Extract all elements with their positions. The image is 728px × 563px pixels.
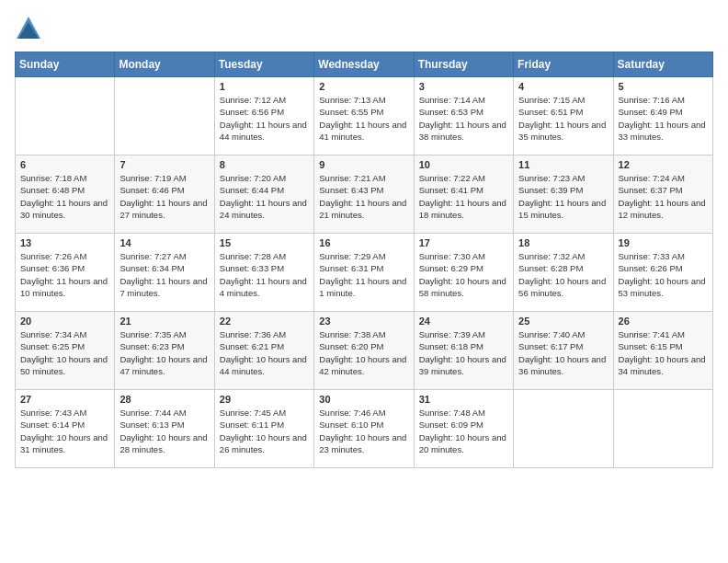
day-number: 13 bbox=[20, 237, 109, 248]
day-info: Sunrise: 7:33 AM Sunset: 6:26 PM Dayligh… bbox=[619, 250, 708, 299]
day-number: 26 bbox=[619, 316, 708, 327]
day-info: Sunrise: 7:13 AM Sunset: 6:55 PM Dayligh… bbox=[319, 94, 408, 143]
col-header-saturday: Saturday bbox=[613, 52, 712, 77]
day-cell: 11Sunrise: 7:23 AM Sunset: 6:39 PM Dayli… bbox=[514, 155, 613, 234]
day-info: Sunrise: 7:26 AM Sunset: 6:36 PM Dayligh… bbox=[20, 250, 109, 299]
day-cell: 4Sunrise: 7:15 AM Sunset: 6:51 PM Daylig… bbox=[514, 77, 613, 155]
day-number: 27 bbox=[20, 394, 109, 405]
logo-icon bbox=[15, 15, 42, 42]
day-number: 30 bbox=[319, 394, 408, 405]
day-number: 19 bbox=[619, 237, 708, 248]
day-info: Sunrise: 7:22 AM Sunset: 6:41 PM Dayligh… bbox=[419, 172, 508, 221]
day-number: 3 bbox=[419, 81, 508, 92]
day-cell: 28Sunrise: 7:44 AM Sunset: 6:13 PM Dayli… bbox=[115, 390, 214, 468]
day-info: Sunrise: 7:35 AM Sunset: 6:23 PM Dayligh… bbox=[119, 328, 209, 377]
day-cell: 7Sunrise: 7:19 AM Sunset: 6:46 PM Daylig… bbox=[115, 155, 214, 234]
day-number: 12 bbox=[619, 159, 708, 170]
week-row-3: 13Sunrise: 7:26 AM Sunset: 6:36 PM Dayli… bbox=[16, 234, 713, 312]
day-cell: 29Sunrise: 7:45 AM Sunset: 6:11 PM Dayli… bbox=[214, 390, 313, 468]
day-number: 24 bbox=[419, 316, 508, 327]
week-row-4: 20Sunrise: 7:34 AM Sunset: 6:25 PM Dayli… bbox=[16, 312, 713, 390]
col-header-tuesday: Tuesday bbox=[214, 52, 313, 77]
day-info: Sunrise: 7:14 AM Sunset: 6:53 PM Dayligh… bbox=[419, 94, 508, 143]
day-cell: 21Sunrise: 7:35 AM Sunset: 6:23 PM Dayli… bbox=[115, 312, 214, 390]
day-cell bbox=[514, 390, 613, 468]
day-cell: 12Sunrise: 7:24 AM Sunset: 6:37 PM Dayli… bbox=[613, 155, 712, 234]
day-number: 7 bbox=[119, 159, 209, 170]
col-header-thursday: Thursday bbox=[414, 52, 513, 77]
day-number: 8 bbox=[220, 159, 309, 170]
day-cell: 3Sunrise: 7:14 AM Sunset: 6:53 PM Daylig… bbox=[414, 77, 513, 155]
day-number: 22 bbox=[220, 316, 309, 327]
calendar-table: SundayMondayTuesdayWednesdayThursdayFrid… bbox=[15, 52, 713, 468]
day-info: Sunrise: 7:38 AM Sunset: 6:20 PM Dayligh… bbox=[319, 328, 408, 377]
day-info: Sunrise: 7:15 AM Sunset: 6:51 PM Dayligh… bbox=[518, 94, 608, 143]
day-info: Sunrise: 7:19 AM Sunset: 6:46 PM Dayligh… bbox=[119, 172, 209, 221]
day-info: Sunrise: 7:30 AM Sunset: 6:29 PM Dayligh… bbox=[419, 250, 508, 299]
day-number: 23 bbox=[319, 316, 408, 327]
day-number: 1 bbox=[220, 81, 309, 92]
day-info: Sunrise: 7:29 AM Sunset: 6:31 PM Dayligh… bbox=[319, 250, 408, 299]
day-cell: 8Sunrise: 7:20 AM Sunset: 6:44 PM Daylig… bbox=[214, 155, 313, 234]
day-cell: 22Sunrise: 7:36 AM Sunset: 6:21 PM Dayli… bbox=[214, 312, 313, 390]
day-info: Sunrise: 7:39 AM Sunset: 6:18 PM Dayligh… bbox=[419, 328, 508, 377]
day-info: Sunrise: 7:28 AM Sunset: 6:33 PM Dayligh… bbox=[220, 250, 309, 299]
day-info: Sunrise: 7:16 AM Sunset: 6:49 PM Dayligh… bbox=[619, 94, 708, 143]
day-cell: 9Sunrise: 7:21 AM Sunset: 6:43 PM Daylig… bbox=[314, 155, 414, 234]
day-number: 31 bbox=[419, 394, 508, 405]
day-info: Sunrise: 7:43 AM Sunset: 6:14 PM Dayligh… bbox=[20, 407, 109, 455]
day-cell: 1Sunrise: 7:12 AM Sunset: 6:56 PM Daylig… bbox=[214, 77, 313, 155]
page-header bbox=[15, 15, 713, 42]
day-info: Sunrise: 7:23 AM Sunset: 6:39 PM Dayligh… bbox=[518, 172, 608, 221]
col-header-friday: Friday bbox=[514, 52, 613, 77]
day-info: Sunrise: 7:34 AM Sunset: 6:25 PM Dayligh… bbox=[20, 328, 109, 377]
week-row-2: 6Sunrise: 7:18 AM Sunset: 6:48 PM Daylig… bbox=[16, 155, 713, 234]
day-cell bbox=[115, 77, 214, 155]
day-number: 17 bbox=[419, 237, 508, 248]
day-number: 29 bbox=[220, 394, 309, 405]
day-cell bbox=[16, 77, 115, 155]
day-cell: 5Sunrise: 7:16 AM Sunset: 6:49 PM Daylig… bbox=[613, 77, 712, 155]
day-number: 18 bbox=[518, 237, 608, 248]
day-info: Sunrise: 7:46 AM Sunset: 6:10 PM Dayligh… bbox=[319, 407, 408, 455]
day-info: Sunrise: 7:12 AM Sunset: 6:56 PM Dayligh… bbox=[220, 94, 309, 143]
header-row: SundayMondayTuesdayWednesdayThursdayFrid… bbox=[16, 52, 713, 77]
day-cell bbox=[613, 390, 712, 468]
day-number: 20 bbox=[20, 316, 109, 327]
day-cell: 13Sunrise: 7:26 AM Sunset: 6:36 PM Dayli… bbox=[16, 234, 115, 312]
day-info: Sunrise: 7:48 AM Sunset: 6:09 PM Dayligh… bbox=[419, 407, 508, 455]
day-info: Sunrise: 7:45 AM Sunset: 6:11 PM Dayligh… bbox=[220, 407, 309, 455]
day-number: 28 bbox=[119, 394, 209, 405]
day-cell: 19Sunrise: 7:33 AM Sunset: 6:26 PM Dayli… bbox=[613, 234, 712, 312]
day-info: Sunrise: 7:44 AM Sunset: 6:13 PM Dayligh… bbox=[119, 407, 209, 455]
day-number: 16 bbox=[319, 237, 408, 248]
day-cell: 25Sunrise: 7:40 AM Sunset: 6:17 PM Dayli… bbox=[514, 312, 613, 390]
day-cell: 17Sunrise: 7:30 AM Sunset: 6:29 PM Dayli… bbox=[414, 234, 513, 312]
day-cell: 10Sunrise: 7:22 AM Sunset: 6:41 PM Dayli… bbox=[414, 155, 513, 234]
day-number: 10 bbox=[419, 159, 508, 170]
day-info: Sunrise: 7:24 AM Sunset: 6:37 PM Dayligh… bbox=[619, 172, 708, 221]
day-number: 21 bbox=[119, 316, 209, 327]
day-cell: 6Sunrise: 7:18 AM Sunset: 6:48 PM Daylig… bbox=[16, 155, 115, 234]
day-cell: 24Sunrise: 7:39 AM Sunset: 6:18 PM Dayli… bbox=[414, 312, 513, 390]
day-number: 14 bbox=[119, 237, 209, 248]
col-header-monday: Monday bbox=[115, 52, 214, 77]
day-info: Sunrise: 7:21 AM Sunset: 6:43 PM Dayligh… bbox=[319, 172, 408, 221]
col-header-sunday: Sunday bbox=[16, 52, 115, 77]
day-cell: 16Sunrise: 7:29 AM Sunset: 6:31 PM Dayli… bbox=[314, 234, 414, 312]
day-number: 15 bbox=[220, 237, 309, 248]
day-number: 5 bbox=[619, 81, 708, 92]
day-info: Sunrise: 7:18 AM Sunset: 6:48 PM Dayligh… bbox=[20, 172, 109, 221]
day-info: Sunrise: 7:32 AM Sunset: 6:28 PM Dayligh… bbox=[518, 250, 608, 299]
day-cell: 14Sunrise: 7:27 AM Sunset: 6:34 PM Dayli… bbox=[115, 234, 214, 312]
col-header-wednesday: Wednesday bbox=[314, 52, 414, 77]
day-number: 25 bbox=[518, 316, 608, 327]
day-number: 6 bbox=[20, 159, 109, 170]
day-info: Sunrise: 7:36 AM Sunset: 6:21 PM Dayligh… bbox=[220, 328, 309, 377]
day-number: 2 bbox=[319, 81, 408, 92]
day-cell: 31Sunrise: 7:48 AM Sunset: 6:09 PM Dayli… bbox=[414, 390, 513, 468]
day-info: Sunrise: 7:20 AM Sunset: 6:44 PM Dayligh… bbox=[220, 172, 309, 221]
day-number: 4 bbox=[518, 81, 608, 92]
day-info: Sunrise: 7:40 AM Sunset: 6:17 PM Dayligh… bbox=[518, 328, 608, 377]
logo bbox=[15, 15, 46, 42]
